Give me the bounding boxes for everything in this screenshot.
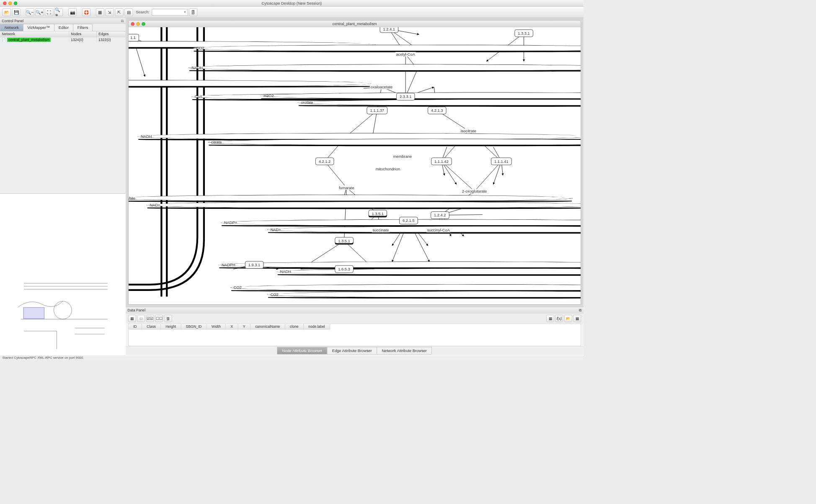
node-co2_r2[interactable]: CO2	[267, 291, 581, 298]
data-panel-header: Data Panel ⧉	[126, 307, 584, 313]
minimize-window-button[interactable]	[8, 1, 12, 5]
save-file-button[interactable]: 💾	[12, 8, 21, 16]
detach-panel-icon[interactable]: ⧉	[121, 19, 124, 23]
dp-heatmap-button[interactable]: ▩	[573, 315, 581, 322]
node-nadh_t[interactable]: NADH	[189, 64, 581, 71]
tab-node-attr-browser[interactable]: Node Attribute Browser	[277, 347, 327, 355]
svg-line-28	[475, 161, 501, 191]
node-n_1_9_3_1[interactable]: 1.9.3.1	[245, 261, 263, 269]
window-titlebar: Cytoscape Desktop (New Session)	[0, 0, 584, 7]
label-membrane: membrane	[393, 154, 412, 159]
detach-data-panel-icon[interactable]: ⧉	[579, 308, 581, 313]
zoom-selected-button[interactable]: 🔍∗	[54, 8, 63, 16]
node-n_1_3_3_1[interactable]: 1.3.3.1	[514, 29, 533, 37]
node-n_1_3_5_1a[interactable]: 1.3.5.1	[369, 210, 387, 218]
node-n_1_1_1_37[interactable]: 1.1.1.37	[367, 107, 387, 114]
node-orotate[interactable]: orotate	[298, 99, 581, 106]
col-edges[interactable]: Edges	[96, 31, 125, 37]
overview-viewport[interactable]	[23, 307, 44, 319]
dp-delete-button[interactable]: 🗑	[164, 315, 172, 322]
tab-vizmapper[interactable]: VizMapper™	[23, 24, 54, 31]
attr-col-Y[interactable]: Y	[238, 324, 250, 329]
node-n_1_1_1_41[interactable]: 1.1.1.41	[491, 157, 511, 165]
snapshot-button[interactable]: 📷	[68, 8, 77, 16]
attr-col-SBGN_ID[interactable]: SBGN_ID	[181, 324, 207, 329]
node-co2_r1[interactable]: CO2	[230, 284, 581, 291]
close-window-button[interactable]	[3, 1, 7, 5]
node-oxaloacetate2[interactable]: oxaloacetate	[370, 85, 393, 90]
node-co2_t[interactable]: CO2	[193, 45, 581, 51]
tab-filters[interactable]: Filters	[73, 24, 93, 31]
zoom-window-button[interactable]	[14, 1, 18, 5]
node-nadph[interactable]: NADPH	[218, 262, 581, 268]
control-panel-title: Control Panel	[2, 19, 23, 23]
node-fumarate[interactable]: fumarate	[338, 185, 355, 190]
minimize-network-button[interactable]	[136, 22, 140, 26]
node-n_1_2_4_2[interactable]: 1.2.4.2	[431, 211, 449, 219]
node-isocitrate[interactable]: isocitrate	[460, 129, 477, 133]
attr-col-Width[interactable]: Width	[207, 324, 226, 329]
dp-unselect-button[interactable]: ☐☐	[155, 315, 163, 322]
attr-col-clone[interactable]: clone	[285, 324, 303, 329]
tab-network-attr-browser[interactable]: Network Attribute Browser	[377, 347, 432, 355]
dp-spreadsheet-button[interactable]: ▦	[546, 315, 554, 322]
node-malate[interactable]: malate	[129, 195, 573, 201]
preferences-button[interactable]: ▦	[96, 8, 104, 16]
search-go-button[interactable]: 🗄	[189, 8, 197, 16]
network-list[interactable]: Network Nodes Edges 📄 central_plant_meta…	[0, 31, 126, 193]
attr-col-canonicalName[interactable]: canonicalName	[250, 324, 285, 329]
open-file-button[interactable]: 📂	[3, 8, 11, 16]
attr-col-X[interactable]: X	[226, 324, 238, 329]
attribute-table[interactable]: IDClassHeightSBGN_IDWidthXYcanonicalName…	[128, 324, 581, 346]
node-n_4_2_1_2[interactable]: 4.2.1.2	[315, 157, 334, 165]
tab-edge-attr-browser[interactable]: Edge Attribute Browser	[327, 347, 377, 355]
network-overview[interactable]	[0, 193, 126, 355]
node-nad_m[interactable]: NAD+	[147, 202, 581, 208]
node-oxoglut[interactable]: 2-oxoglutarate	[461, 189, 487, 194]
node-n_1_6_5_3[interactable]: 1.6.5.3	[335, 265, 353, 273]
col-nodes[interactable]: Nodes	[69, 31, 97, 37]
network-graph-canvas[interactable]: membrane mitochondrion 1.1oxaloacetateL-…	[129, 27, 581, 304]
node-n_6_2_1_5[interactable]: 6.2.1.5	[399, 217, 418, 224]
node-n_1_2_4_1[interactable]: 1.2.4.1	[380, 27, 398, 33]
node-acetylcoa[interactable]: acetyl-CoA	[395, 52, 416, 57]
node-nad_r[interactable]: NAD+	[267, 226, 581, 233]
attr-col-Height[interactable]: Height	[161, 324, 181, 329]
close-network-button[interactable]	[131, 22, 134, 26]
node-h2o2[interactable]: H2O2	[260, 93, 581, 99]
node-n_4_2_1_3[interactable]: 4.2.1.3	[428, 107, 446, 114]
attr-col-ID[interactable]: ID	[129, 324, 142, 329]
zoom-out-button[interactable]: 🔍−	[26, 8, 34, 16]
network-edges: 1322(0)	[96, 37, 125, 42]
node-nadh_r[interactable]: NADH	[277, 268, 581, 275]
dp-import-button[interactable]: 📂	[564, 315, 572, 322]
help-button[interactable]: 🛟	[82, 8, 90, 16]
zoom-in-button[interactable]: 🔍+	[35, 8, 44, 16]
status-bar: Started CytoscapeRPC XML-RPC service on …	[0, 355, 584, 360]
attr-col-node.label[interactable]: node.label	[303, 324, 330, 329]
node-n_1_3_5_1b[interactable]: 1.3.5.1	[335, 237, 353, 245]
dp-select-all-button[interactable]: ☑☑	[146, 315, 154, 322]
layout-button-2[interactable]: ⇱	[115, 8, 124, 16]
attr-col-Class[interactable]: Class	[142, 324, 161, 329]
dp-select-attrs-button[interactable]: ▦	[128, 315, 136, 322]
node-n_1_1[interactable]: 1.1	[129, 34, 139, 41]
col-network[interactable]: Network	[0, 31, 69, 37]
apply-vs-button[interactable]: ▤	[124, 8, 133, 16]
search-input[interactable]	[153, 10, 183, 14]
node-n_1_1_1_42[interactable]: 1.1.1.42	[431, 157, 452, 165]
search-box[interactable]: ▼	[152, 9, 188, 15]
node-citrate[interactable]: citrate	[208, 139, 581, 145]
dp-function-button[interactable]: f(x)	[555, 315, 563, 322]
node-n_2_3_3_1[interactable]: 2.3.3.1	[396, 93, 415, 100]
search-dropdown-icon[interactable]: ▼	[183, 10, 186, 13]
dp-create-attr-button[interactable]: □	[137, 315, 145, 322]
node-succinate[interactable]: succinate	[372, 228, 390, 232]
node-succcoa[interactable]: succinyl-CoA	[426, 228, 450, 232]
tab-editor[interactable]: Editor	[54, 24, 73, 31]
zoom-network-button[interactable]	[142, 22, 145, 26]
zoom-fit-button[interactable]: ⛶	[45, 8, 53, 16]
network-row[interactable]: 📄 central_plant_metabolism 1324(0) 1322(…	[0, 37, 125, 42]
tab-network[interactable]: Network	[0, 24, 23, 31]
layout-button-1[interactable]: ⇲	[106, 8, 114, 16]
